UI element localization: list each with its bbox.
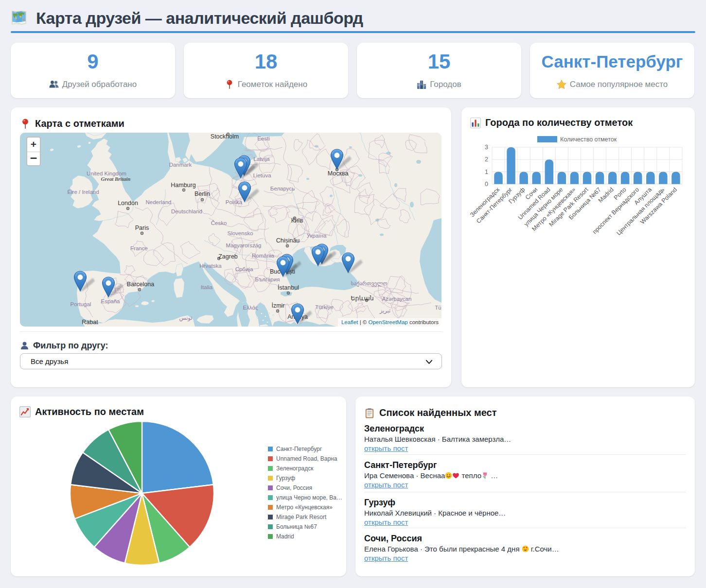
svg-text:İstanbul: İstanbul xyxy=(278,284,299,291)
svg-text:საქართველო: საქართველო xyxy=(351,280,388,287)
svg-text:Azərbaycan: Azərbaycan xyxy=(382,296,412,302)
svg-text:Eesti: Eesti xyxy=(257,136,270,141)
svg-text:Česko: Česko xyxy=(211,220,227,226)
svg-text:Москва: Москва xyxy=(328,170,349,177)
svg-text:London: London xyxy=(118,200,138,207)
svg-text:Danmark: Danmark xyxy=(169,162,192,168)
svg-text:Portugal: Portugal xyxy=(71,301,91,307)
svg-text:Berlin: Berlin xyxy=(194,190,210,197)
svg-text:Zagreb: Zagreb xyxy=(218,253,238,260)
svg-text:Hamburg: Hamburg xyxy=(171,182,195,189)
svg-text:Количество отметок: Количество отметок xyxy=(560,136,617,143)
svg-text:Rabat: Rabat xyxy=(82,319,98,326)
svg-text:Київ: Київ xyxy=(291,217,303,224)
svg-text:Italia: Italia xyxy=(201,284,213,290)
svg-text:Magyarország: Magyarország xyxy=(226,242,262,248)
svg-text:Ελλάς: Ελλάς xyxy=(243,305,258,311)
svg-text:Tü: Tü xyxy=(435,305,441,311)
svg-text:Србија: Србија xyxy=(235,266,253,272)
svg-text:Chișinău: Chișinău xyxy=(276,237,300,244)
svg-text:Беларусь: Беларусь xyxy=(270,186,295,191)
svg-text:0: 0 xyxy=(485,181,488,188)
svg-text:2: 2 xyxy=(485,156,488,163)
svg-text:Barcelona: Barcelona xyxy=(127,281,154,288)
svg-text:Երևան: Երևան xyxy=(351,295,373,302)
svg-text:İzmir: İzmir xyxy=(271,302,284,309)
svg-text:Paris: Paris xyxy=(135,225,149,231)
svg-text:France: France xyxy=(130,245,148,251)
svg-text:România: România xyxy=(252,253,275,259)
svg-text:Türkiye: Türkiye xyxy=(315,304,334,310)
svg-text:Éire / Ireland: Éire / Ireland xyxy=(67,189,99,195)
svg-text:Україна: Україна xyxy=(307,233,327,239)
svg-text:تبريز: تبريز xyxy=(379,308,391,314)
svg-text:España: España xyxy=(101,298,120,304)
svg-text:България: България xyxy=(255,277,280,282)
svg-text:Polska: Polska xyxy=(226,199,243,205)
svg-text:Hrvatska: Hrvatska xyxy=(199,263,222,269)
svg-text:Deutschland: Deutschland xyxy=(171,208,202,214)
svg-text:1: 1 xyxy=(485,169,488,175)
svg-text:3: 3 xyxy=(485,144,488,151)
svg-text:Nederland: Nederland xyxy=(145,199,171,205)
svg-text:Slovensko: Slovensko xyxy=(227,230,253,236)
svg-text:تونس: تونس xyxy=(179,315,192,322)
svg-text:Latvija: Latvija xyxy=(253,156,270,162)
svg-text:Great Britain: Great Britain xyxy=(101,176,131,182)
svg-text:Stockholm: Stockholm xyxy=(211,133,239,140)
svg-text:Lietuva: Lietuva xyxy=(253,173,271,178)
